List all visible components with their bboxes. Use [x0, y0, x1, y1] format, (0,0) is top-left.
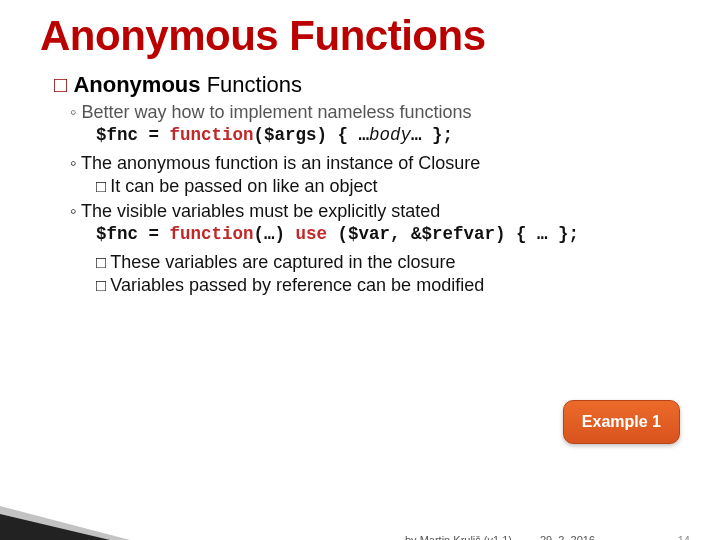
section-heading: □ Anonymous Functions: [54, 72, 680, 98]
subbullet-passed-as-object: It can be passed on like an object: [96, 176, 680, 197]
example-badge[interactable]: Example 1: [563, 400, 680, 444]
slide: Anonymous Functions □ Anonymous Function…: [0, 0, 720, 540]
subbullet-captured-vars: These variables are captured in the clos…: [96, 252, 680, 273]
bullet-better-way: Better way how to implement nameless fun…: [70, 102, 680, 123]
heading-bullet-icon: □: [54, 72, 73, 97]
footer-author: by Martin Kruliš (v1.1): [405, 534, 512, 540]
heading-bold: Anonymous: [73, 72, 206, 97]
code-body-placeholder: body: [369, 125, 411, 145]
bullet-explicit-visibles: The visible variables must be explicitly…: [70, 201, 680, 222]
code-snippet-1: $fnc = function($args) { …body… };: [96, 125, 680, 145]
code-text: ($var, &$refvar) { … };: [327, 224, 579, 244]
code-keyword: use: [296, 224, 328, 244]
bullet-closure-instance: The anonymous function is an instance of…: [70, 153, 680, 174]
subbullet-by-reference: Variables passed by reference can be mod…: [96, 275, 680, 296]
code-text: ($args) { …: [254, 125, 370, 145]
footer-page-number: 14: [678, 534, 690, 540]
code-keyword: function: [170, 125, 254, 145]
code-text: $fnc =: [96, 224, 170, 244]
code-text: $fnc =: [96, 125, 170, 145]
code-keyword: function: [170, 224, 254, 244]
slide-title: Anonymous Functions: [40, 12, 680, 60]
footer-date: 29. 2. 2016: [540, 534, 595, 540]
code-text: (…): [254, 224, 296, 244]
decor-triangle-dark: [0, 514, 110, 540]
code-snippet-2: $fnc = function(…) use ($var, &$refvar) …: [96, 224, 680, 244]
heading-rest: Functions: [207, 72, 302, 97]
code-text: … };: [411, 125, 453, 145]
